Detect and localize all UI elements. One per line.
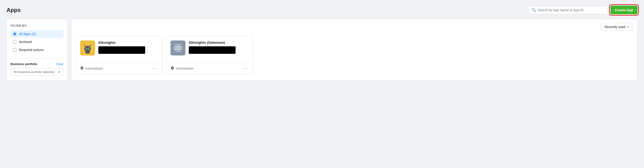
app-card-iginsights: IGInsights xyxy=(76,35,163,74)
role-icon-iginsights xyxy=(80,66,84,71)
svg-marker-4 xyxy=(89,45,91,46)
app-icon-selenium xyxy=(170,40,186,55)
role-label-iginsights: Administrator xyxy=(85,67,103,70)
filter-radio-archived[interactable] xyxy=(13,40,17,44)
app-card-header-selenium: IGInsights (Selenium) xyxy=(170,40,249,55)
role-icon-selenium xyxy=(170,66,174,71)
filter-label-required-actions: Required actions xyxy=(19,48,44,52)
create-app-button[interactable]: Create App xyxy=(610,5,638,14)
atom-icon-wrapper xyxy=(170,40,186,55)
filter-radio-all-apps[interactable] xyxy=(13,32,17,36)
bp-dropdown[interactable]: No business portfolio selected ▼ xyxy=(10,68,64,76)
app-more-button-selenium[interactable]: ··· xyxy=(242,65,249,71)
app-card-body-selenium: IGInsights (Selenium) xyxy=(167,36,253,62)
svg-point-14 xyxy=(85,51,90,54)
bp-clear-link[interactable]: Clear xyxy=(56,62,64,66)
atom-svg xyxy=(173,43,183,53)
bp-header: Business portfolio Clear xyxy=(10,62,64,66)
filter-option-archived[interactable]: Archived xyxy=(10,38,64,46)
filter-option-required-actions[interactable]: Required actions xyxy=(10,46,64,54)
shield-icon-selenium xyxy=(170,66,174,70)
business-portfolio-section: Business portfolio Clear No business por… xyxy=(10,58,64,76)
app-name-selenium: IGInsights (Selenium) xyxy=(189,40,249,44)
recently-used-label: Recently used xyxy=(604,25,625,29)
svg-marker-3 xyxy=(84,45,86,46)
app-name-iginsights: IGInsights xyxy=(98,40,159,44)
sidebar: Filter by All Apps (2) Archived Required… xyxy=(6,19,68,81)
apps-grid: IGInsights xyxy=(76,35,632,74)
bp-dropdown-text: No business portfolio selected xyxy=(14,70,54,74)
app-card-footer-iginsights: Administrator ··· xyxy=(76,62,162,74)
app-id-redacted-iginsights xyxy=(98,46,145,54)
app-more-button-iginsights[interactable]: ··· xyxy=(151,65,159,71)
app-id-redacted-selenium xyxy=(189,46,236,54)
header-right: 🔍 Create App xyxy=(528,5,638,14)
svg-point-8 xyxy=(88,48,89,49)
bp-label: Business portfolio xyxy=(10,62,37,66)
filter-by-label: Filter by xyxy=(10,24,64,27)
role-label-selenium: Administrator xyxy=(176,67,194,70)
main-content: Filter by All Apps (2) Archived Required… xyxy=(6,19,638,81)
app-role-selenium: Administrator xyxy=(170,66,194,71)
app-info-selenium: IGInsights (Selenium) xyxy=(189,40,249,54)
app-role-iginsights: Administrator xyxy=(80,66,103,71)
search-box: 🔍 xyxy=(528,6,608,14)
recently-used-button[interactable]: Recently used ▼ xyxy=(601,23,632,31)
cat-svg xyxy=(82,42,93,54)
shield-icon xyxy=(80,66,84,70)
app-card-iginsights-selenium: IGInsights (Selenium) xyxy=(166,35,253,74)
filter-options: All Apps (2) Archived Required actions xyxy=(10,30,64,54)
apps-area-header: Recently used ▼ xyxy=(76,23,632,31)
app-card-footer-selenium: Administrator ··· xyxy=(167,62,253,74)
svg-point-7 xyxy=(86,48,87,49)
filter-radio-required-actions[interactable] xyxy=(13,48,17,52)
filter-option-all-apps[interactable]: All Apps (2) xyxy=(10,30,64,38)
app-info-iginsights: IGInsights xyxy=(98,40,159,54)
filter-label-archived: Archived xyxy=(19,40,32,44)
svg-point-18 xyxy=(177,47,179,49)
search-input[interactable] xyxy=(538,8,604,12)
recently-used-arrow-icon: ▼ xyxy=(627,26,629,28)
app-card-body-iginsights: IGInsights xyxy=(76,36,162,62)
bp-dropdown-arrow-icon: ▼ xyxy=(58,71,60,73)
filter-label-all-apps: All Apps (2) xyxy=(19,32,36,36)
search-icon: 🔍 xyxy=(532,8,536,12)
page-title: Apps xyxy=(6,7,20,13)
page-header: Apps 🔍 Create App xyxy=(6,5,638,14)
cat-icon xyxy=(80,40,95,55)
apps-area: Recently used ▼ xyxy=(71,19,638,81)
app-card-header-iginsights: IGInsights xyxy=(80,40,159,55)
app-icon-iginsights xyxy=(80,40,95,55)
